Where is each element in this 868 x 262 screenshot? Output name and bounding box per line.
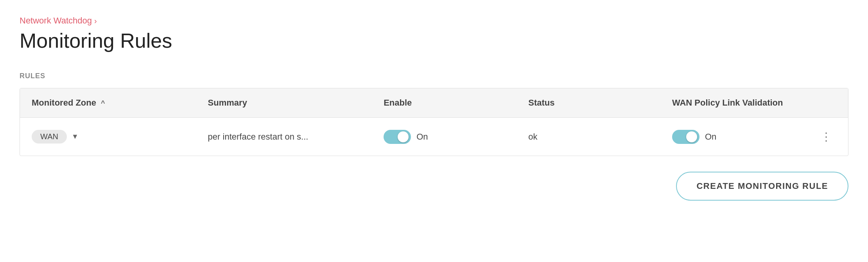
col-header-monitored-zone[interactable]: Monitored Zone ^ [20,88,196,118]
table-row: WAN ▼ per interface restart on s... [20,118,848,156]
cell-status: ok [516,118,660,156]
sort-ascending-icon: ^ [101,99,105,108]
breadcrumb: Network Watchdog › [20,16,848,26]
enable-toggle-label: On [416,132,428,142]
footer-actions: CREATE MONITORING RULE [20,172,848,201]
col-header-summary: Summary [196,88,372,118]
col-header-actions [805,88,848,118]
status-value: ok [528,132,537,142]
rules-table-wrapper: Monitored Zone ^ Summary Enable Status W… [20,88,848,156]
breadcrumb-chevron-icon: › [94,16,97,25]
cell-enable: On [372,118,516,156]
table-header-row: Monitored Zone ^ Summary Enable Status W… [20,88,848,118]
more-menu-button[interactable]: ⋮ [817,129,836,145]
zone-badge: WAN [32,130,67,144]
enable-toggle[interactable] [384,130,411,144]
rules-table: Monitored Zone ^ Summary Enable Status W… [20,88,848,156]
cell-actions: ⋮ [805,118,848,156]
wan-policy-toggle[interactable] [672,130,699,144]
breadcrumb-parent-link[interactable]: Network Watchdog [20,16,92,26]
create-monitoring-rule-button[interactable]: CREATE MONITORING RULE [676,172,848,201]
col-header-status: Status [516,88,660,118]
cell-summary: per interface restart on s... [196,118,372,156]
section-label: RULES [20,72,848,80]
col-header-wan-policy: WAN Policy Link Validation [660,88,805,118]
cell-wan-policy: On [660,118,805,156]
col-header-enable: Enable [372,88,516,118]
cell-monitored-zone: WAN ▼ [20,118,196,156]
dropdown-arrow-icon[interactable]: ▼ [72,133,79,141]
wan-policy-toggle-label: On [705,132,716,142]
page-title: Monitoring Rules [20,29,848,52]
